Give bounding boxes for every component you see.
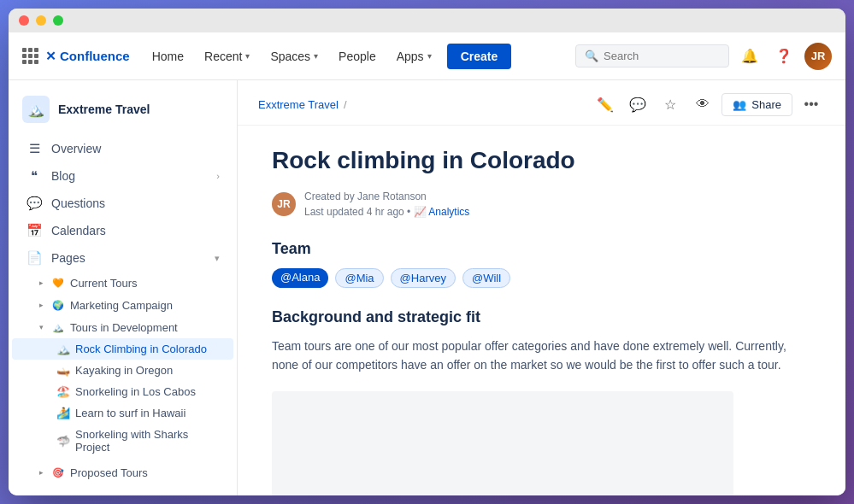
- space-icon: 🏔️: [22, 96, 50, 123]
- breadcrumb-bar: Exxtreme Travel / ✏️ 💬 ☆ 👁 👥 Share •••: [238, 80, 845, 126]
- more-button[interactable]: •••: [798, 91, 825, 118]
- create-button[interactable]: Create: [447, 44, 512, 69]
- analytics-label[interactable]: Analytics: [428, 206, 469, 218]
- tree-marketing-campaign[interactable]: ▸ 🌍 Marketing Campaign: [12, 294, 233, 316]
- nav-home[interactable]: Home: [144, 44, 192, 68]
- sidebar-item-questions[interactable]: 💬 Questions: [12, 190, 233, 217]
- avatar[interactable]: JR: [804, 43, 832, 70]
- tag-alana[interactable]: @Alana: [272, 268, 328, 288]
- team-tags: @Alana @Mia @Harvey @Will: [272, 268, 811, 288]
- kayaking-icon: 🛶: [56, 364, 70, 377]
- tree-proposed-tours[interactable]: ▸ 🎯 Proposed Tours: [12, 461, 233, 483]
- recent-chevron: ▾: [245, 51, 250, 61]
- tag-harvey[interactable]: @Harvey: [391, 268, 456, 288]
- watch-icon[interactable]: 👁: [689, 91, 716, 118]
- apps-chevron: ▾: [427, 51, 432, 61]
- nav-spaces[interactable]: Spaces ▾: [262, 44, 327, 68]
- edit-icon[interactable]: ✏️: [592, 91, 619, 118]
- pages-expand-icon: ▾: [215, 253, 220, 264]
- notifications-button[interactable]: 🔔: [736, 43, 763, 70]
- sidebar: 🏔️ Exxtreme Travel ☰ Overview ❝ Blog › 💬…: [9, 80, 238, 495]
- blog-expand-icon: ›: [216, 171, 220, 181]
- team-heading: Team: [272, 240, 811, 258]
- minimize-button[interactable]: [36, 15, 46, 26]
- snorkeling-cabos-icon: 🏖️: [56, 385, 70, 398]
- share-button[interactable]: 👥 Share: [721, 93, 792, 116]
- sidebar-item-overview[interactable]: ☰ Overview: [12, 135, 233, 162]
- analytics-separator: •: [407, 206, 414, 218]
- image-placeholder: [272, 391, 733, 495]
- star-icon[interactable]: ☆: [657, 91, 684, 118]
- tree-tours-development[interactable]: ▾ 🏔️ Tours in Development: [12, 316, 233, 338]
- space-header: 🏔️ Exxtreme Travel: [9, 87, 237, 132]
- marketing-icon: 🌍: [51, 298, 65, 312]
- proposed-tours-icon: 🎯: [51, 466, 65, 479]
- subtree-snorkeling-sharks[interactable]: 🦈 Snorkeling with Sharks Project: [12, 424, 233, 458]
- nav-people[interactable]: People: [330, 44, 385, 68]
- page-title: Rock climbing in Colorado: [272, 146, 811, 175]
- search-input[interactable]: [604, 50, 720, 62]
- tours-dev-icon: 🏔️: [51, 320, 65, 334]
- search-box[interactable]: 🔍: [575, 44, 729, 67]
- confluence-logo[interactable]: ✕ Confluence: [45, 49, 130, 64]
- calendars-icon: 📅: [26, 223, 43, 238]
- fullscreen-button[interactable]: [53, 15, 63, 26]
- share-label: Share: [751, 98, 781, 111]
- subtree-surf-hawaii[interactable]: 🏄 Learn to surf in Hawaii: [12, 402, 233, 424]
- calendars-label: Calendars: [51, 224, 106, 237]
- overview-icon: ☰: [26, 141, 43, 156]
- current-tours-icon: 🧡: [51, 276, 65, 290]
- blog-label: Blog: [51, 169, 75, 183]
- subtree-kayaking[interactable]: 🛶 Kayaking in Oregon: [12, 360, 233, 381]
- analytics-icon: 📈: [414, 206, 429, 218]
- author-avatar: JR: [272, 192, 296, 216]
- nav-recent[interactable]: Recent ▾: [196, 44, 258, 68]
- comment-icon[interactable]: 💬: [624, 91, 651, 118]
- nav-links: Home Recent ▾ Spaces ▾ People Apps ▾ Cre…: [144, 44, 575, 69]
- logo-area: ✕ Confluence: [22, 48, 130, 64]
- marketing-expand: ▸: [36, 300, 46, 310]
- pages-label: Pages: [51, 251, 85, 265]
- background-section: Background and strategic fit Team tours …: [272, 308, 811, 375]
- tours-dev-expand: ▾: [36, 322, 46, 332]
- subtree-rock-climbing[interactable]: 🏔️ Rock Climbing in Colorado: [12, 338, 233, 360]
- bg-heading: Background and strategic fit: [272, 308, 811, 326]
- search-icon: 🔍: [585, 50, 598, 62]
- nav-apps[interactable]: Apps ▾: [388, 44, 440, 68]
- meta-row: JR Created by Jane Rotanson Last updated…: [272, 189, 811, 220]
- tag-mia[interactable]: @Mia: [335, 268, 383, 288]
- confluence-name: Confluence: [60, 49, 130, 63]
- navbar: ✕ Confluence Home Recent ▾ Spaces ▾ Peop…: [9, 32, 845, 80]
- snorkeling-sharks-label: Snorkeling with Sharks Project: [75, 428, 220, 454]
- grid-icon[interactable]: [22, 48, 38, 64]
- tours-dev-label: Tours in Development: [70, 321, 178, 334]
- updated-label: Last updated 4 hr ago: [304, 206, 404, 218]
- bg-text: Team tours are one of our most popular o…: [272, 337, 811, 375]
- content-area: Exxtreme Travel / ✏️ 💬 ☆ 👁 👥 Share ••• R…: [238, 80, 845, 495]
- space-name: Exxtreme Travel: [58, 103, 150, 116]
- current-tours-expand: ▸: [36, 278, 46, 288]
- subtree-snorkeling-cabos[interactable]: 🏖️ Snorkeling in Los Cabos: [12, 381, 233, 402]
- pages-icon: 📄: [26, 250, 43, 266]
- snorkeling-cabos-label: Snorkeling in Los Cabos: [75, 385, 196, 398]
- sidebar-item-blog[interactable]: ❝ Blog ›: [12, 162, 233, 190]
- sidebar-item-pages[interactable]: 📄 Pages ▾: [12, 244, 233, 272]
- created-label: Created by Jane Rotanson: [304, 190, 427, 202]
- breadcrumb-space[interactable]: Exxtreme Travel: [258, 98, 339, 111]
- action-icons: ✏️ 💬 ☆ 👁 👥 Share •••: [592, 91, 825, 118]
- tag-will[interactable]: @Will: [462, 268, 510, 288]
- team-section: Team @Alana @Mia @Harvey @Will: [272, 240, 811, 288]
- sidebar-item-calendars[interactable]: 📅 Calendars: [12, 217, 233, 244]
- confluence-x-icon: ✕: [45, 49, 56, 64]
- current-tours-label: Current Tours: [70, 277, 138, 290]
- tree-current-tours[interactable]: ▸ 🧡 Current Tours: [12, 272, 233, 294]
- rock-climbing-icon: 🏔️: [56, 343, 70, 355]
- breadcrumb: Exxtreme Travel /: [258, 98, 347, 111]
- rock-climbing-label: Rock Climbing in Colorado: [75, 343, 207, 355]
- close-button[interactable]: [19, 15, 29, 26]
- help-button[interactable]: ❓: [770, 43, 798, 70]
- main-layout: 🏔️ Exxtreme Travel ☰ Overview ❝ Blog › 💬…: [9, 80, 845, 495]
- app-window: ✕ Confluence Home Recent ▾ Spaces ▾ Peop…: [9, 9, 845, 495]
- apps-label: Apps: [397, 50, 424, 63]
- spaces-label: Spaces: [270, 50, 310, 63]
